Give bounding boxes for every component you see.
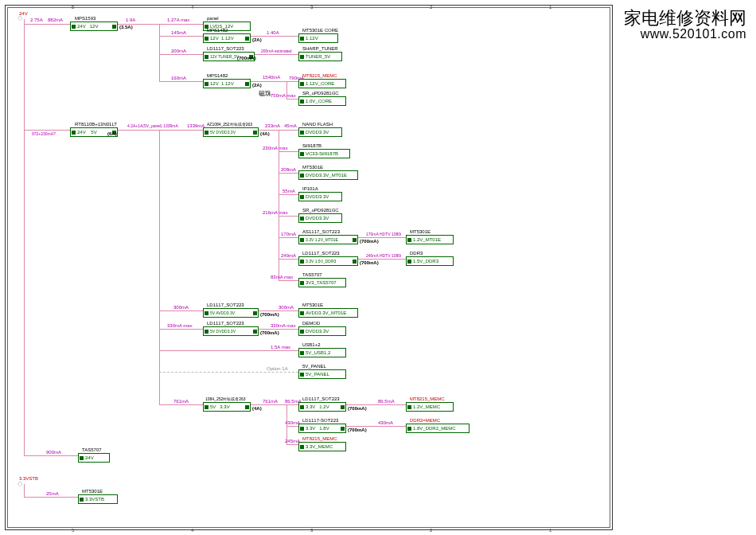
wire (159, 404, 203, 405)
wire (118, 24, 159, 25)
wire (279, 259, 298, 260)
wire (358, 259, 406, 260)
wire (159, 329, 203, 330)
block-title: AZ1084_252封装或者263 (207, 122, 252, 127)
wire (286, 81, 298, 82)
amp: (700mA) (348, 406, 367, 411)
block-title: 5V_PANEL (302, 364, 326, 369)
cur: 249mA (281, 253, 296, 258)
block-title: panel (207, 16, 219, 21)
block-title: MT8215_MEMC (302, 436, 337, 441)
cur: 761mA (173, 399, 189, 404)
amp: (4A) (260, 131, 270, 136)
cur: 1.9A (126, 18, 135, 22)
block-title: MT8215_MEMC (410, 396, 445, 401)
cur: 1540mA (263, 75, 280, 80)
box-as1117: 3.3V 1.2V_MT01E (298, 235, 358, 244)
wire (346, 404, 406, 405)
amp: (3.5A) (119, 25, 133, 29)
block-title: LD1117_SOT223 (207, 321, 244, 326)
box-panel5v: 5V_PANEL (298, 369, 346, 379)
ruler: 3 (310, 5, 313, 10)
box-mt8215-33v: 3.3V_MEMC (298, 442, 346, 451)
block-title: SR_uPD9281GC (302, 208, 339, 213)
ruler: 5 (72, 528, 74, 533)
block-title: IP101A (302, 186, 318, 191)
block-title: RT8110B+13N01LT (75, 122, 117, 127)
cur: 230mA max (263, 146, 288, 150)
block-title: TAS5707 (82, 447, 102, 452)
block-title: USB1+2 (302, 342, 321, 347)
cur: 25mA (46, 491, 59, 496)
box-az1084: 5V DVDD3.3V (203, 127, 259, 137)
cur: 330mA max (167, 323, 193, 328)
block-title: SR_uPD9281GC (302, 91, 339, 96)
box-ddr2-memc: 1.8V_DDR2_MEMC (406, 424, 470, 433)
cur: 972+230mA? (32, 131, 56, 136)
amp: (2A) (252, 37, 262, 42)
amp: (6A) (107, 131, 117, 136)
cur: 233mA (265, 123, 280, 128)
box-ld1117-18v: 3.3V 1.8V (298, 424, 346, 433)
box-demod: DVDD3.3V (298, 326, 346, 336)
wire (24, 24, 70, 25)
wire (24, 130, 70, 131)
box-ddr3: 1.5V_DDR3 (406, 256, 454, 266)
wire (159, 350, 298, 351)
cur: 300mA (173, 305, 189, 310)
box-mps1482-2: 12V 1.12V (203, 79, 251, 88)
cur: 300mA (279, 305, 294, 310)
box-ip101a: DVDD3.3V (298, 192, 342, 201)
cur: 145mA (171, 30, 186, 35)
box-usb: 5V_USB1,2 (298, 348, 346, 357)
block-title: LD1117_SOT223 (302, 396, 340, 401)
box-ld1117-12vmemc: 3.3V 1.2V (298, 402, 346, 412)
cur: 1.27A max (167, 18, 189, 22)
wire (286, 444, 298, 445)
block-title: MT5301E (410, 229, 431, 234)
cur-24v: 2.75A (30, 18, 43, 22)
wire (279, 194, 298, 195)
wire (159, 24, 203, 25)
cur: 45mA (284, 123, 297, 128)
wire (279, 237, 298, 238)
wire (279, 216, 298, 217)
block-title: SHARP_TUNER (302, 46, 338, 51)
box-sr-upd2: DVDD3.3V (298, 213, 342, 223)
wire (279, 151, 298, 152)
wire (259, 310, 298, 311)
block-title: LD1117_SOT223 (207, 303, 244, 307)
wire (286, 99, 298, 100)
ruler: 1 (549, 528, 551, 533)
block-title: MT8215_MEMC (302, 73, 337, 78)
cur: 170mA HDTV 1080i (366, 232, 401, 236)
bus-12v (159, 24, 160, 81)
block-title: MT5301E CORE (302, 28, 338, 33)
box-1084: 5V 3.3V (203, 402, 251, 412)
box-tas5707-24v: 24V (78, 453, 110, 463)
block-title: LD1117-SOT223 (302, 418, 338, 423)
amp: (4A) (252, 406, 262, 411)
box-nand: DVDD3.3V (298, 127, 342, 137)
cur: 240mA HDTV 1080i (366, 253, 401, 258)
cur: 86.5mA (378, 399, 395, 404)
wire (24, 455, 78, 456)
note-cn: 磁珠 (259, 89, 271, 98)
bus-24v (24, 19, 25, 455)
wire (251, 404, 298, 405)
ruler: 3 (310, 528, 313, 533)
box-sharp-tuner: TUNER_5V (298, 52, 342, 61)
wire (251, 36, 298, 37)
block-title: MT5301E (302, 303, 323, 307)
cur: Option 1A (267, 366, 288, 371)
box-sr-upd1: 1.0V_CORE (298, 96, 346, 106)
cur: 761mA (263, 399, 278, 404)
wire (159, 36, 203, 37)
ruler: 2 (430, 5, 432, 10)
amp: (700mA) (360, 260, 379, 265)
block-title: TAS5707 (302, 272, 322, 277)
cur: 170mA (281, 232, 296, 236)
block-title: MT5301E (302, 165, 323, 170)
ruler: 1 (549, 5, 551, 10)
block-title: DDR2=MEMC (410, 418, 440, 423)
